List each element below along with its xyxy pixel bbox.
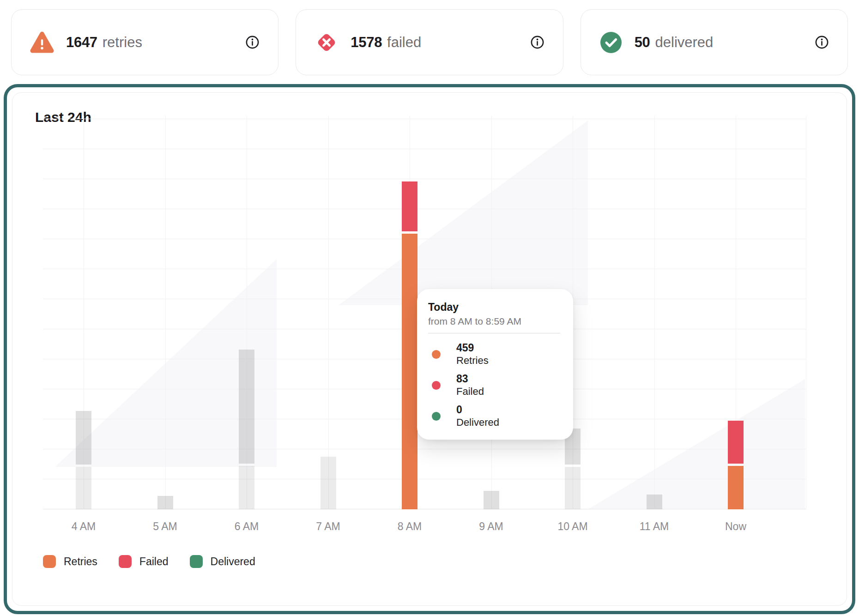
tooltip-title: Today — [428, 301, 560, 314]
gridline-vertical — [654, 116, 655, 509]
bar-segment-failed-8am[interactable] — [402, 181, 417, 231]
stat-label: failed — [387, 34, 421, 51]
bar-segment-failed-now[interactable] — [728, 421, 744, 464]
tooltip-row-retries: 459 Retries — [428, 342, 560, 367]
gridline-horizontal — [43, 269, 806, 269]
stat-label: retries — [103, 34, 142, 51]
x-axis-label: 11 AM — [640, 520, 669, 533]
gridline-vertical — [165, 116, 166, 509]
legend-item-delivered[interactable]: Delivered — [190, 555, 255, 568]
bar-segment-retries-4am[interactable] — [76, 467, 91, 509]
gridline-horizontal — [43, 179, 806, 179]
gridline-horizontal — [43, 119, 806, 119]
gridline-horizontal — [43, 239, 806, 239]
stat-value: 1578 — [351, 34, 382, 51]
retries-swatch-icon — [43, 555, 56, 568]
bar-segment-failed-5am[interactable] — [157, 496, 173, 509]
legend-label: Delivered — [211, 556, 255, 568]
x-axis-label: 6 AM — [235, 520, 259, 533]
legend-item-retries[interactable]: Retries — [43, 555, 97, 568]
info-icon[interactable] — [815, 35, 829, 49]
info-icon[interactable] — [245, 35, 260, 49]
tooltip-row-delivered: 0 Delivered — [428, 404, 560, 429]
gridline-vertical — [806, 116, 806, 509]
delivered-swatch-icon — [190, 555, 203, 568]
legend-item-failed[interactable]: Failed — [119, 555, 169, 568]
info-icon[interactable] — [530, 35, 544, 49]
bar-segment-failed-11am[interactable] — [647, 495, 662, 510]
check-circle-icon — [599, 31, 623, 54]
stat-value: 1647 — [66, 34, 97, 51]
failed-swatch-icon — [119, 555, 132, 568]
x-axis-label: 4 AM — [72, 520, 96, 533]
warning-triangle-icon — [30, 31, 54, 54]
tooltip-row-failed: 83 Failed — [428, 373, 560, 398]
x-axis-label: 7 AM — [316, 520, 340, 533]
chart-frame: Last 24h 4 AM5 AM6 AM7 AM8 AM9 AM10 AM11… — [4, 84, 855, 614]
legend-label: Failed — [139, 556, 169, 568]
stats-row: 1647 retries 1578 failed — [11, 9, 848, 75]
chart-tooltip: Today from 8 AM to 8:59 AM 459 Retries 8… — [417, 289, 573, 440]
chart-legend: Retries Failed Delivered — [43, 555, 255, 568]
bar-segment-retries-now[interactable] — [728, 466, 744, 509]
x-axis-label: Now — [725, 520, 746, 533]
tooltip-label: Delivered — [456, 416, 499, 429]
tooltip-value: 83 — [456, 373, 484, 385]
bar-segment-failed-6am[interactable] — [239, 350, 254, 464]
stat-label: delivered — [655, 34, 714, 51]
legend-label: Retries — [64, 556, 97, 568]
tooltip-value: 459 — [456, 342, 489, 354]
stat-value: 50 — [635, 34, 650, 51]
bar-segment-retries-8am[interactable] — [402, 234, 417, 509]
stat-card-delivered[interactable]: 50 delivered — [581, 9, 848, 75]
chart-card: Last 24h 4 AM5 AM6 AM7 AM8 AM9 AM10 AM11… — [12, 92, 847, 606]
delivered-dot-icon — [432, 412, 441, 421]
gridline-vertical — [328, 116, 329, 509]
bar-segment-failed-4am[interactable] — [76, 411, 91, 465]
gridline-horizontal — [43, 479, 806, 479]
tooltip-subtitle: from 8 AM to 8:59 AM — [428, 316, 560, 327]
watermark-shape — [339, 121, 588, 305]
tooltip-value: 0 — [456, 404, 499, 416]
x-axis-label: 9 AM — [479, 520, 503, 533]
bar-segment-retries-7am[interactable] — [321, 457, 336, 509]
x-axis-label: 8 AM — [398, 520, 422, 533]
bar-segment-failed-9am[interactable] — [484, 491, 499, 509]
tooltip-label: Failed — [456, 385, 484, 398]
stat-card-failed[interactable]: 1578 failed — [296, 9, 563, 75]
gridline-horizontal — [43, 149, 806, 149]
bar-segment-retries-10am[interactable] — [565, 467, 581, 509]
stat-card-retries[interactable]: 1647 retries — [11, 9, 278, 75]
gridline-horizontal — [43, 209, 806, 209]
failed-dot-icon — [432, 381, 441, 390]
retries-dot-icon — [432, 350, 441, 359]
watermark-shape — [588, 379, 805, 509]
gridline-horizontal — [43, 449, 806, 449]
x-diamond-icon — [315, 30, 339, 54]
tooltip-divider — [428, 333, 560, 333]
tooltip-label: Retries — [456, 354, 489, 367]
bar-segment-retries-6am[interactable] — [239, 466, 254, 509]
x-axis-label: 10 AM — [557, 520, 587, 533]
x-axis-label: 5 AM — [153, 520, 177, 533]
